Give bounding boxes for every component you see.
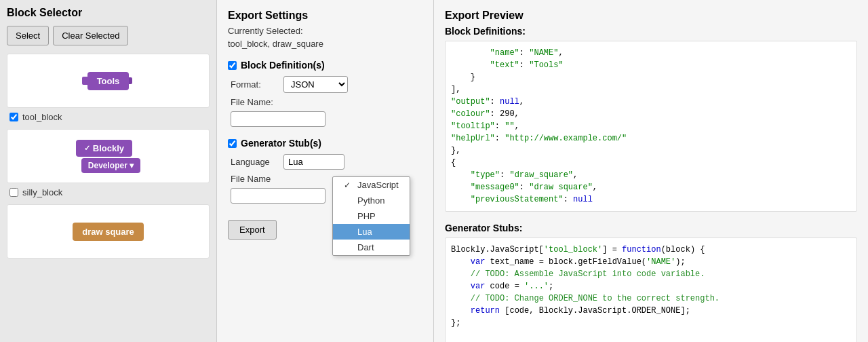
format-select[interactable]: JSON JavaScript [283,76,348,93]
generator-stubs-checkbox[interactable] [228,139,237,148]
block-label-row-silly-block: silly_block [7,186,210,199]
javascript-checkmark: ✓ [344,180,352,190]
javascript-option: JavaScript [357,180,399,190]
block-item-tool-block: Tools tool_block [7,54,210,124]
dropdown-item-javascript[interactable]: ✓ JavaScript [333,177,410,193]
language-dropdown: ✓ JavaScript Python PHP Lua Dart [332,176,410,256]
generator-stubs-preview-title: Generator Stubs: [445,223,857,233]
export-button[interactable]: Export [228,220,277,240]
block-item-silly-block: ✓ Blockly Developer ▾ silly_block [7,129,210,199]
draw-square-block-visual: draw square [73,223,144,241]
language-label: Language [231,157,278,167]
block-preview-silly-block: ✓ Blockly Developer ▾ [7,129,210,183]
button-row: Select Clear Selected [7,26,210,45]
blockly-checkmark: ✓ [84,144,90,153]
file-name-input-row-1 [228,111,422,127]
clear-selected-button[interactable]: Clear Selected [53,26,128,45]
selected-items-value: tool_block, draw_square [228,39,422,49]
dropdown-item-python[interactable]: Python [333,193,410,208]
currently-selected-label: Currently Selected: [228,26,422,36]
tool-block-label: tool_block [22,112,62,122]
file-name-label-2: File Name [231,174,278,184]
generator-stubs-code: Blockly.JavaScript['tool_block'] = funct… [445,238,857,342]
block-preview-draw-square: draw square [7,204,210,259]
file-name-row-1: File Name: [228,97,422,107]
language-row: Language [228,154,422,170]
export-settings-panel: Export Settings Currently Selected: tool… [217,0,434,342]
export-settings-title: Export Settings [228,10,422,22]
file-name-input-1[interactable] [231,111,326,127]
block-selector-panel: Block Selector Select Clear Selected Too… [0,0,217,342]
export-preview-panel: Export Preview Block Definitions: "name"… [434,0,868,342]
blockly-label: Blockly [93,143,124,153]
block-definitions-checkbox[interactable] [228,61,237,70]
dropdown-item-php[interactable]: PHP [333,208,410,224]
dart-option: Dart [357,242,374,252]
block-definitions-header: Block Definition(s) [228,60,422,71]
block-label-row-tool-block: tool_block [7,111,210,124]
format-row: Format: JSON JavaScript [228,76,422,93]
block-definitions-label: Block Definition(s) [241,60,325,71]
block-selector-title: Block Selector [7,7,210,19]
lua-option: Lua [357,227,372,237]
generator-stubs-label: Generator Stub(s) [241,138,321,149]
language-input[interactable] [283,154,344,170]
block-item-draw-square: draw square [7,204,210,259]
python-option: Python [357,195,384,206]
silly-block-label: silly_block [22,187,62,197]
export-preview-title: Export Preview [445,10,857,22]
block-preview-tool-block: Tools [7,54,210,108]
block-definitions-code: "name": "NAME", "text": "Tools" } ], "ou… [445,41,857,212]
select-button[interactable]: Select [7,26,49,45]
blockly-block-visual: ✓ Blockly Developer ▾ [76,140,140,173]
blockly-inner-block: ✓ Blockly [76,140,132,157]
generator-stubs-header: Generator Stub(s) [228,138,422,149]
dropdown-item-dart[interactable]: Dart [333,240,410,255]
file-name-input-2[interactable] [231,188,326,204]
block-definitions-preview-title: Block Definitions: [445,26,857,37]
developer-block: Developer ▾ [81,158,140,173]
tool-block-checkbox[interactable] [9,113,18,121]
dropdown-item-lua[interactable]: Lua [333,224,410,240]
block-definitions-section: Block Definition(s) Format: JSON JavaScr… [228,60,422,127]
silly-block-checkbox[interactable] [9,188,18,197]
tools-block-visual: Tools [87,72,130,90]
php-option: PHP [357,211,376,221]
format-label: Format: [231,79,278,90]
file-name-label-1: File Name: [231,97,278,107]
